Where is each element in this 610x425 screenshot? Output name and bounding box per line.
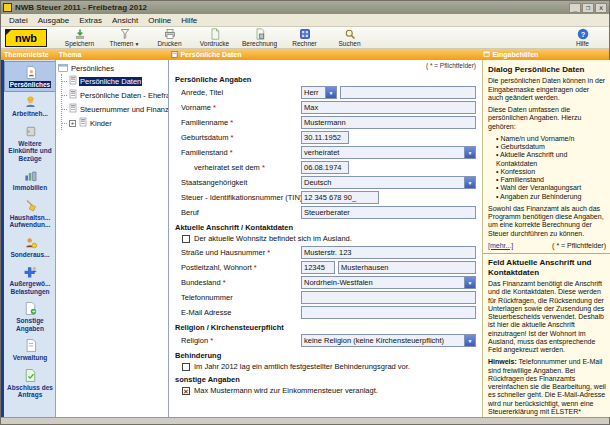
tree-item-kinder[interactable]: +Kinder	[62, 116, 167, 130]
input-postleitzahl-wohnort[interactable]: 12345	[301, 261, 335, 274]
document-icon	[69, 75, 77, 87]
header-form: Persönliche Daten	[168, 49, 480, 60]
form-row-familienname: Familienname *Mustermann	[181, 116, 476, 129]
field-zone: Nordrhein-Westfalen▼	[301, 276, 476, 289]
input-telefonnummer[interactable]	[301, 291, 476, 304]
sidebar-item-haushaltsn-aufwendun[interactable]: Haushaltsn... Aufwendun...	[5, 195, 55, 232]
sidebar-item-sonstige-angaben[interactable]: Sonstige Angaben	[5, 298, 55, 335]
sidebar-item-immobilien[interactable]: Immobilien	[5, 165, 55, 194]
input-anrede-titel[interactable]	[340, 86, 476, 99]
input-geburtsdatum[interactable]: 30.11.1952	[301, 131, 349, 144]
input-vorname[interactable]: Max	[301, 101, 476, 114]
chevron-down-icon[interactable]: ▼	[464, 177, 475, 188]
sidebar-item-label: Außergewö... Belastungen	[6, 280, 54, 295]
tree-item-steuernummer-und-finanzamt[interactable]: Steuernummer und Finanzamt	[62, 102, 167, 116]
input-e-mail-adresse[interactable]	[301, 306, 476, 319]
menu-ausgabe[interactable]: Ausgabe	[33, 15, 75, 26]
field-label: Familienname *	[181, 118, 301, 127]
menu-hilfe[interactable]: Hilfe	[176, 15, 202, 26]
select-religion[interactable]: keine Religion (keine Kirchensteuerpflic…	[301, 334, 476, 347]
field-zone	[301, 291, 476, 304]
input-familienname[interactable]: Mustermann	[301, 116, 476, 129]
input-verheiratet-seit-dem[interactable]: 06.08.1974	[301, 161, 349, 174]
sidebar-item-verwaltung[interactable]: Verwaltung	[5, 335, 55, 364]
form-section-pers-nliche-angaben: Persönliche Angaben	[175, 75, 476, 84]
sidebar-item-pers-nliches[interactable]: Persönliches	[5, 62, 55, 91]
checkbox-checked[interactable]: ✕	[182, 387, 190, 395]
toolbar-button-label: Vordrucke	[200, 40, 229, 47]
required-asterisk: *	[260, 163, 265, 172]
chevron-down-icon[interactable]: ▼	[464, 147, 475, 158]
close-button[interactable]: x	[595, 3, 607, 13]
form-row-postleitzahl-wohnort: Postleitzahl, Wohnort *12345Musterhausen	[181, 261, 476, 274]
form-row-stra-e-und-hausnummer: Straße und Hausnummer *Musterstr. 123	[181, 246, 476, 259]
input-steuer-identifikationsnummer-tin[interactable]: 12 345 678 90_	[301, 191, 379, 204]
tree-item-pers-nliche-daten-ehefrau[interactable]: Persönliche Daten - Ehefrau	[62, 88, 167, 102]
toolbar-berechnung-button[interactable]: Berechnung	[237, 27, 282, 48]
sidebar-item-weitere-eink-nfte-und-bez-ge[interactable]: Weitere Einkünfte und Bezüge	[5, 121, 55, 165]
form-doc-icon	[209, 28, 221, 40]
help-paragraph: Die persönlichen Daten können in der Ein…	[488, 77, 606, 102]
checkbox-unchecked[interactable]	[182, 235, 190, 243]
form-section-sonstige-angaben: sonstige Angaben	[175, 375, 476, 384]
toolbar-rechner-button[interactable]: Rechner	[282, 27, 327, 48]
field-value: 12345	[304, 263, 325, 272]
menu-ansicht[interactable]: Ansicht	[107, 15, 143, 26]
toolbar-drucken-button[interactable]: Drucken	[147, 27, 192, 48]
chevron-down-icon[interactable]: ▼	[464, 277, 475, 288]
select-staatsangeh-rigkeit[interactable]: Deutsch▼	[301, 176, 476, 189]
folder-icon	[58, 63, 68, 73]
document-icon	[69, 103, 77, 115]
toolbar-themen-button[interactable]: Themen▼	[102, 27, 147, 48]
field-value: Deutsch	[304, 178, 332, 187]
field-value: Herr	[304, 88, 319, 97]
sidebar-item-au-ergew-belastungen[interactable]: Außergewö... Belastungen	[5, 261, 55, 298]
expand-icon[interactable]: +	[69, 120, 76, 127]
themes-icon	[119, 28, 131, 40]
menu-bar: DateiAusgabeExtrasAnsichtOnlineHilfe	[1, 14, 609, 27]
sidebar-item-arbeitneh[interactable]: Arbeitneh...	[5, 91, 55, 120]
chevron-down-icon[interactable]: ▼	[325, 87, 336, 98]
toolbar-button-label: Suchen	[338, 40, 360, 47]
sidebar-item-sonderaus[interactable]: Sonderaus...	[5, 232, 55, 261]
checkbox-unchecked[interactable]	[182, 363, 190, 371]
field-label: Beruf	[181, 208, 301, 217]
input-stra-e-und-hausnummer[interactable]: Musterstr. 123	[301, 246, 476, 259]
minimize-button[interactable]: _	[569, 3, 581, 13]
input-beruf[interactable]: Steuerberater	[301, 206, 476, 219]
select-familienstand[interactable]: verheiratet▼	[301, 146, 476, 159]
field-zone: 30.11.1952	[301, 131, 476, 144]
tree-item-label: Persönliche Daten	[79, 77, 142, 86]
help-bold-prefix: Hinweis:	[488, 358, 517, 365]
tree-root-pers-nliches[interactable]: Persönliches	[57, 62, 167, 74]
toolbar-vordrucke-button[interactable]: Vordrucke	[192, 27, 237, 48]
required-asterisk: *	[229, 133, 234, 142]
required-fields-note: ( * = Pflichtfelder)	[552, 242, 606, 250]
tree-connector	[62, 81, 67, 82]
required-asterisk: *	[208, 336, 213, 345]
svg-text:?: ?	[580, 30, 585, 39]
select-anrede-titel[interactable]: Herr▼	[301, 86, 337, 99]
tree-item-label: Persönliche Daten - Ehefrau	[79, 91, 169, 100]
menu-datei[interactable]: Datei	[4, 15, 33, 26]
select-bundesland[interactable]: Nordrhein-Westfalen▼	[301, 276, 476, 289]
menu-extras[interactable]: Extras	[74, 15, 107, 26]
chevron-down-icon[interactable]: ▼	[464, 335, 475, 346]
tree-item-pers-nliche-daten[interactable]: Persönliche Daten	[62, 74, 167, 88]
broom-icon	[18, 197, 42, 214]
header-themenliste: Themenleiste	[1, 49, 56, 60]
toolbar-suchen-button[interactable]: Suchen	[327, 27, 372, 48]
toolbar-speichern-button[interactable]: Speichern	[57, 27, 102, 48]
sidebar-item-abschluss-des-antrags[interactable]: Abschluss des Antrags	[5, 365, 55, 402]
document-icon	[69, 89, 77, 101]
input-postleitzahl-wohnort[interactable]: Musterhausen	[338, 261, 476, 274]
field-zone: keine Religion (keine Kirchensteuerpflic…	[301, 334, 476, 347]
house-chart-icon	[18, 167, 42, 184]
restore-button[interactable]: ❐	[582, 3, 594, 13]
field-value: Steuerberater	[304, 208, 350, 217]
checkbox-label: Max Mustermann wird zur Einkommensteuer …	[194, 386, 378, 395]
tree-connector	[62, 95, 67, 96]
mehr-link[interactable]: [mehr...]	[488, 242, 513, 250]
help-button[interactable]: ? Hilfe	[560, 27, 605, 48]
menu-online[interactable]: Online	[143, 15, 176, 26]
